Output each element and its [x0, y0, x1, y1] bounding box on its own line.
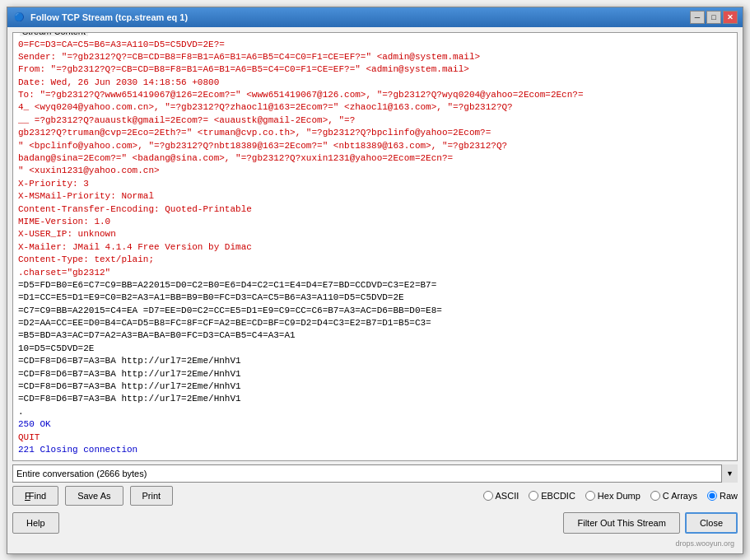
- restore-button[interactable]: □: [706, 11, 721, 24]
- footer-row: Help Filter Out This Stream Close: [12, 509, 738, 535]
- radio-label-hexdump: Hex Dump: [598, 491, 641, 501]
- action-buttons-row: FFind Save As Print ASCIIEBCDICHex DumpC…: [12, 486, 738, 506]
- stream-line: " <xuxin1231@yahoo.com.cn>: [18, 165, 732, 177]
- radio-input-hexdump[interactable]: [585, 491, 595, 501]
- radio-carrays[interactable]: C Arrays: [650, 491, 697, 501]
- radio-label-carrays: C Arrays: [663, 491, 697, 501]
- stream-line: Content-Transfer-Encoding: Quoted-Printa…: [18, 203, 732, 216]
- group-box-label: Stream Content: [20, 32, 88, 36]
- radio-input-raw[interactable]: [707, 491, 717, 501]
- stream-content-area[interactable]: 0=FC=D3=CA=C5=B6=A3=A110=D5=C5DVD=2E?=Se…: [13, 38, 737, 460]
- watermark: drops.wooyun.org: [12, 539, 738, 548]
- close-window-button[interactable]: ✕: [723, 11, 738, 24]
- title-bar-buttons: ─ □ ✕: [690, 11, 738, 24]
- radio-label-ebcdic: EBCDIC: [541, 491, 575, 501]
- stream-line: =CD=F8=D6=B7=A3=BA http://url7=2Eme/HnhV…: [18, 368, 732, 380]
- stream-line: =CD=F8=D6=B7=A3=BA http://url7=2Eme/HnhV…: [18, 355, 732, 367]
- stream-line: X-Mailer: JMail 4.1.4 Free Version by Di…: [18, 241, 732, 254]
- stream-line: __ =?gb2312?Q?auaustk@gmail=2Ecom?= <aua…: [18, 114, 732, 127]
- stream-line: 221 Closing connection: [18, 444, 732, 456]
- stream-line: MIME-Version: 1.0: [18, 216, 732, 228]
- title-bar: 🔵 Follow TCP Stream (tcp.stream eq 1) ─ …: [7, 7, 743, 27]
- stream-line: 250 OK: [18, 418, 732, 431]
- stream-line: =D5=FD=B0=E6=C7=C9=BB=A22015=D0=C2=B0=E6…: [18, 279, 732, 292]
- close-button[interactable]: Close: [685, 512, 738, 534]
- conversation-select[interactable]: Entire conversation (2666 bytes): [12, 464, 738, 483]
- stream-line: 4_ <wyq0204@yahoo.com.cn>, "=?gb2312?Q?z…: [18, 101, 732, 114]
- stream-line: 0=FC=D3=CA=C5=B6=A3=A110=D5=C5DVD=2E?=: [18, 39, 732, 51]
- stream-line: X-Priority: 3: [18, 178, 732, 190]
- radio-label-ascii: ASCII: [496, 491, 519, 501]
- footer-right: Filter Out This Stream Close: [563, 512, 738, 534]
- conversation-dropdown-button[interactable]: ▼: [721, 464, 738, 483]
- stream-line: =CD=F8=D6=B7=A3=BA http://url7=2Eme/HnhV…: [18, 380, 732, 393]
- bottom-controls: Entire conversation (2666 bytes) ▼ FFind…: [12, 464, 738, 506]
- stream-line: " <bpclinfo@yahoo.com>, "=?gb2312?Q?nbt1…: [18, 140, 732, 152]
- encoding-radio-group: ASCIIEBCDICHex DumpC ArraysRaw: [179, 491, 738, 501]
- radio-ebcdic[interactable]: EBCDIC: [529, 491, 575, 501]
- stream-line: Content-Type: text/plain;: [18, 254, 732, 266]
- find-button[interactable]: FFind: [12, 486, 58, 506]
- stream-line: badang@sina=2Ecom?=" <badang@sina.com>, …: [18, 152, 732, 165]
- radio-label-raw: Raw: [720, 491, 738, 501]
- stream-line: Date: Wed, 26 Jun 2030 14:18:56 +0800: [18, 77, 732, 89]
- stream-line: .charset="gb2312": [18, 267, 732, 279]
- radio-input-ebcdic[interactable]: [529, 491, 538, 501]
- stream-line: Sender: "=?gb2312?Q?=CB=CD=B8=F8=B1=A6=B…: [18, 51, 732, 63]
- footer-left: Help: [12, 512, 59, 534]
- print-button[interactable]: Print: [130, 486, 174, 506]
- save-as-button[interactable]: Save As: [65, 486, 123, 506]
- stream-line: X-USER_IP: unknown: [18, 228, 732, 240]
- stream-line: QUIT: [18, 432, 732, 444]
- radio-ascii[interactable]: ASCII: [483, 491, 519, 501]
- filter-out-button[interactable]: Filter Out This Stream: [563, 512, 679, 534]
- stream-line: =D2=AA=CC=EE=D0=B4=CA=D5=B8=FC=8F=CF=A2=…: [18, 317, 732, 329]
- radio-hexdump[interactable]: Hex Dump: [585, 491, 641, 501]
- stream-line: gb2312?Q?truman@cvp=2Eco=2Eth?=" <truman…: [18, 127, 732, 139]
- stream-line: To: "=?gb2312?Q?www651419067@126=2Ecom?=…: [18, 89, 732, 101]
- stream-line: =CD=F8=D6=B7=A3=BA http://url7=2Eme/HnhV…: [18, 393, 732, 405]
- radio-raw[interactable]: Raw: [707, 491, 738, 501]
- stream-line: X-MSMail-Priority: Normal: [18, 190, 732, 203]
- window-body: Stream Content 0=FC=D3=CA=C5=B6=A3=A110=…: [7, 27, 743, 553]
- stream-line: 10=D5=C5DVD=2E: [18, 343, 732, 355]
- minimize-button[interactable]: ─: [690, 11, 705, 24]
- window-title: Follow TCP Stream (tcp.stream eq 1): [30, 12, 188, 22]
- stream-line: =D1=CC=E5=D1=E9=C0=B2=A3=A1=BB=B9=B0=FC=…: [18, 292, 732, 304]
- radio-input-carrays[interactable]: [650, 491, 660, 501]
- help-button[interactable]: Help: [12, 512, 59, 534]
- conversation-row: Entire conversation (2666 bytes) ▼: [12, 464, 738, 483]
- stream-line: =C7=C9=BB=A22015=C4=EA =D7=EE=D0=C2=CC=E…: [18, 305, 732, 317]
- stream-line: .: [18, 406, 732, 418]
- conversation-dropdown-wrap: Entire conversation (2666 bytes) ▼: [12, 464, 738, 483]
- window-icon: 🔵: [12, 11, 26, 24]
- main-window: 🔵 Follow TCP Stream (tcp.stream eq 1) ─ …: [7, 7, 743, 554]
- stream-line: =B5=BD=A3=AC=D7=A2=A3=BA=BA=B0=FC=D3=CA=…: [18, 329, 732, 342]
- stream-content-group: Stream Content 0=FC=D3=CA=C5=B6=A3=A110=…: [12, 32, 738, 461]
- stream-line: From: "=?gb2312?Q?=CB=CD=B8=F8=B1=A6=B1=…: [18, 63, 732, 76]
- radio-input-ascii[interactable]: [483, 491, 493, 501]
